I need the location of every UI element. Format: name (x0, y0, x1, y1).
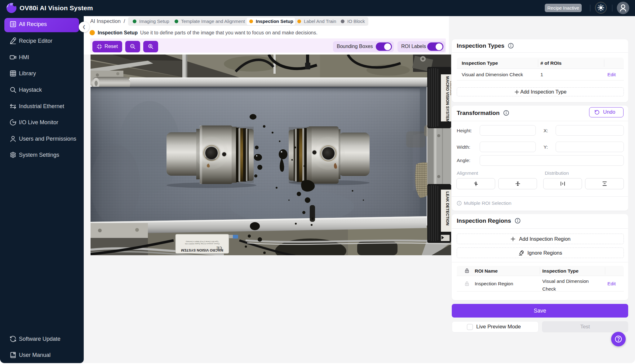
svg-text:LEAK DETECTION: LEAK DETECTION (445, 191, 450, 226)
svg-text:MACRO VISION SYSTEM: MACRO VISION SYSTEM (445, 76, 450, 122)
svg-text:EMERSON: EMERSON (450, 81, 451, 95)
svg-text:Pneum. pressure 4-6 bar Suppl: Pneum. pressure 4-6 bar Supply 24VDC 0.5… (185, 243, 220, 245)
svg-text:CE: CE (216, 246, 222, 250)
svg-text:Type MV-3 Serial 174-22 Made: Type MV-3 Serial 174-22 Made in Germany (186, 241, 219, 243)
